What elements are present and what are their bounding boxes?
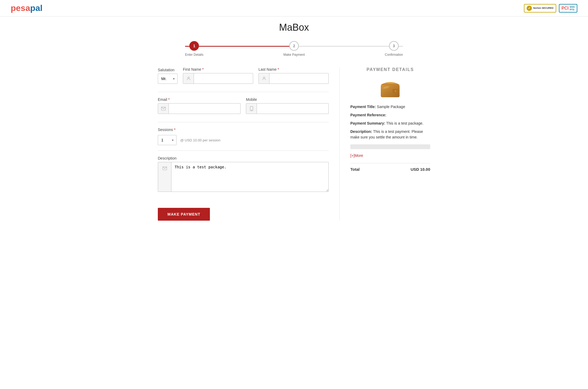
step-1-circle: 1 (189, 41, 199, 51)
contact-section: Email * Mobile (158, 97, 329, 122)
step-3-label: Confirmation (385, 53, 403, 57)
pci-badge: PCI DSS PTS (559, 4, 577, 13)
payment-summary-value: This is a test package. (386, 121, 423, 125)
sessions-hint: @ USD 10.00 per session (180, 138, 221, 142)
description-section: Description This is a test package. (158, 156, 329, 197)
sessions-required-star: * (174, 128, 175, 132)
page-title: MaBox (158, 22, 430, 33)
email-field-group: Email * (158, 97, 241, 114)
sessions-section: Sessions * 1 2 3 4 5 ▼ (158, 128, 329, 151)
salutation-field-group: Salutation Mr. Mrs. Ms. Dr. Prof. ▼ (158, 68, 178, 84)
email-input-wrapper (158, 103, 241, 114)
step-3: 3 Confirmation (385, 41, 403, 57)
mobile-input[interactable] (257, 104, 328, 113)
contact-row: Email * Mobile (158, 97, 329, 114)
salutation-select-wrapper[interactable]: Mr. Mrs. Ms. Dr. Prof. ▼ (158, 74, 178, 84)
person-icon-2 (259, 73, 269, 84)
mobile-input-wrapper (246, 103, 329, 114)
payment-title-row: Payment Title: Sample Package (350, 104, 430, 110)
description-textarea[interactable]: This is a test package. (171, 162, 328, 192)
svg-point-1 (263, 77, 265, 78)
description-icon (158, 162, 171, 192)
logo-pal: pal (30, 3, 42, 13)
step-2: 2 Make Payment (283, 41, 305, 57)
form-column: Salutation Mr. Mrs. Ms. Dr. Prof. ▼ (158, 67, 329, 221)
sessions-select[interactable]: 1 2 3 4 5 (158, 135, 176, 145)
salutation-label: Salutation (158, 68, 178, 72)
dss-pts-text: DSS PTS (570, 6, 575, 11)
payment-reference-label: Payment Reference: (350, 113, 386, 117)
first-name-field-group: First Name * (183, 67, 253, 84)
sessions-select-wrapper[interactable]: 1 2 3 4 5 ▼ (158, 135, 177, 145)
total-row: Total USD 10.00 (350, 163, 430, 172)
payment-summary-label: Payment Summary: (350, 121, 385, 125)
last-name-required-star: * (278, 67, 279, 72)
last-name-field-group: Last Name * (258, 67, 329, 84)
mobile-label: Mobile (246, 97, 329, 102)
payment-info: Payment Title: Sample Package Payment Re… (350, 104, 430, 140)
payment-reference-row: Payment Reference: (350, 112, 430, 118)
description-row: Description: This is a test payment. Ple… (350, 129, 430, 140)
main-content: MaBox 1 Enter Details 2 Make Payment 3 C… (147, 17, 441, 226)
wallet-icon (380, 77, 401, 99)
step-1-label: Enter Details (185, 53, 203, 57)
more-link[interactable]: [+]More (350, 153, 430, 158)
stepper-steps: 1 Enter Details 2 Make Payment 3 Confirm… (185, 41, 403, 57)
sessions-row: 1 2 3 4 5 ▼ @ USD 10.00 per session (158, 135, 329, 145)
person-icon (183, 73, 194, 84)
header: pesapal ✓ Norton SECURED PCI DSS PTS (0, 0, 588, 17)
total-amount: USD 10.00 (411, 167, 430, 172)
description-key-label: Description: (350, 129, 372, 134)
name-row: Salutation Mr. Mrs. Ms. Dr. Prof. ▼ (158, 67, 329, 84)
email-icon (158, 104, 169, 114)
salutation-select[interactable]: Mr. Mrs. Ms. Dr. Prof. (158, 74, 177, 84)
step-3-circle: 3 (389, 41, 399, 51)
first-name-input[interactable] (194, 74, 253, 83)
payment-divider (350, 144, 430, 149)
stepper: 1 Enter Details 2 Make Payment 3 Confirm… (158, 41, 430, 57)
pci-text: PCI (562, 6, 569, 11)
sessions-label: Sessions * (158, 128, 329, 132)
svg-point-8 (395, 90, 396, 92)
two-col-layout: Salutation Mr. Mrs. Ms. Dr. Prof. ▼ (158, 67, 430, 221)
last-name-input[interactable] (269, 74, 328, 83)
description-field-group: Description This is a test package. (158, 156, 329, 192)
description-textarea-wrapper: This is a test package. (158, 162, 329, 192)
logo-pesa: pesa (11, 3, 30, 13)
payment-details-title: PAYMENT DETAILS (350, 67, 430, 72)
email-input[interactable] (169, 104, 240, 113)
last-name-input-wrapper (258, 73, 329, 84)
payment-title-value: Sample Package (377, 105, 405, 109)
step-2-label: Make Payment (283, 53, 305, 57)
mobile-field-group: Mobile (246, 97, 329, 114)
mobile-icon (246, 104, 257, 114)
payment-title-label: Payment Title: (350, 105, 376, 109)
step-2-circle: 2 (289, 41, 299, 51)
svg-point-4 (251, 110, 252, 110)
make-payment-button[interactable]: MAKE PAYMENT (158, 208, 210, 221)
total-label: Total (350, 167, 360, 172)
email-required-star: * (168, 97, 170, 102)
svg-point-0 (188, 77, 189, 78)
first-name-input-wrapper (183, 73, 253, 84)
norton-text: Norton SECURED (533, 7, 554, 10)
last-name-label: Last Name * (258, 67, 329, 72)
step-1: 1 Enter Details (185, 41, 203, 57)
first-name-label: First Name * (183, 67, 253, 72)
sessions-field-group: Sessions * 1 2 3 4 5 ▼ (158, 128, 329, 145)
header-badges: ✓ Norton SECURED PCI DSS PTS (524, 4, 577, 13)
description-label: Description (158, 156, 329, 160)
payment-details-column: PAYMENT DETAILS (339, 67, 430, 221)
payment-summary-row: Payment Summary: This is a test package. (350, 121, 430, 126)
first-name-required-star: * (202, 67, 203, 72)
name-section: Salutation Mr. Mrs. Ms. Dr. Prof. ▼ (158, 67, 329, 92)
norton-check-icon: ✓ (527, 6, 532, 11)
logo: pesapal (11, 3, 42, 13)
email-label: Email * (158, 97, 241, 102)
norton-badge: ✓ Norton SECURED (524, 4, 556, 13)
